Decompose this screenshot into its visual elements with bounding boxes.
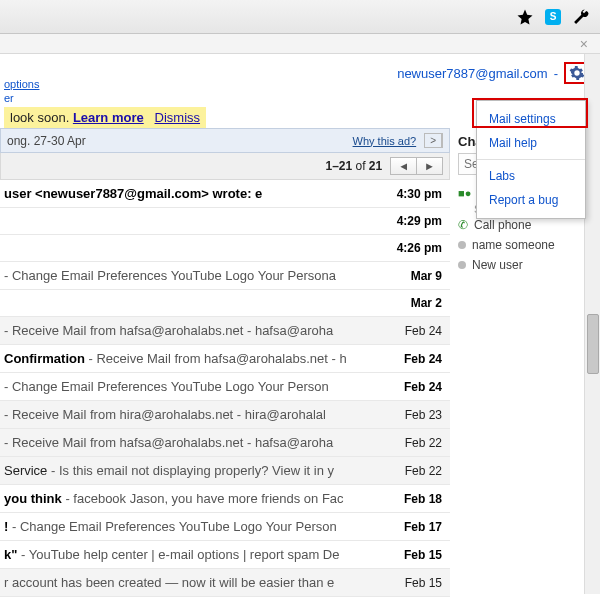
mail-row[interactable]: Mar 2 — [0, 290, 450, 317]
chevron-right-icon: > — [425, 134, 442, 147]
browser-chrome: S — [0, 0, 600, 34]
mail-date: 4:29 pm — [397, 214, 442, 228]
mail-subject: r account has been created — now it will… — [4, 575, 405, 590]
mail-date: Feb 18 — [404, 492, 442, 506]
prev-page-button[interactable]: ◄ — [390, 157, 416, 175]
learn-more-link[interactable]: Learn more — [73, 110, 144, 125]
account-dash: - — [554, 66, 558, 81]
scrollbar-thumb[interactable] — [587, 314, 599, 374]
mail-date: Feb 24 — [404, 380, 442, 394]
mail-subject: - Receive Mail from hafsa@arohalabs.net … — [4, 323, 405, 338]
mail-row[interactable]: Service - Is this email not displaying p… — [0, 457, 450, 485]
mail-date: Feb 24 — [404, 352, 442, 366]
mail-date: Mar 9 — [411, 269, 442, 283]
mail-row[interactable]: - Receive Mail from hafsa@arohalabs.net … — [0, 429, 450, 457]
bookmark-star-icon[interactable] — [516, 8, 534, 26]
mail-row[interactable]: k" - YouTube help center | e-mail option… — [0, 541, 450, 569]
chat-item-label: name someone — [472, 238, 555, 252]
mail-row[interactable]: - Receive Mail from hafsa@arohalabs.net … — [0, 317, 450, 345]
mail-subject: Confirmation - Receive Mail from hafsa@a… — [4, 351, 404, 366]
status-dot-icon — [458, 241, 466, 249]
mail-subject: k" - YouTube help center | e-mail option… — [4, 547, 404, 562]
next-page-button[interactable]: ► — [416, 157, 443, 175]
chat-item[interactable]: name someone — [458, 235, 600, 255]
mail-row[interactable]: Confirmation - Receive Mail from hafsa@a… — [0, 345, 450, 373]
menu-item-mail-settings[interactable]: Mail settings — [477, 107, 585, 131]
list-toolbar: 1–21 of 21 ◄ ► — [0, 153, 450, 180]
menu-item-mail-help[interactable]: Mail help — [477, 131, 585, 155]
mail-date: Feb 24 — [405, 324, 442, 338]
mail-row[interactable]: - Change Email Preferences YouTube Logo … — [0, 262, 450, 290]
notice-truncated: er — [4, 92, 14, 104]
wrench-icon[interactable] — [572, 8, 590, 26]
mail-date: 4:30 pm — [397, 187, 442, 201]
mail-subject: you think - facebook Jason, you have mor… — [4, 491, 404, 506]
why-this-ad-link[interactable]: Why this ad? — [353, 135, 417, 147]
mail-subject: - Change Email Preferences YouTube Logo … — [4, 268, 411, 283]
mail-row[interactable]: 4:29 pm — [0, 208, 450, 235]
mail-date: Feb 22 — [405, 436, 442, 450]
mail-date: 4:26 pm — [397, 241, 442, 255]
dismiss-link[interactable]: Dismiss — [155, 110, 201, 125]
status-dot-icon — [458, 261, 466, 269]
mail-subject: ! - Change Email Preferences YouTube Log… — [4, 519, 404, 534]
ad-text: ong. 27-30 Apr — [7, 134, 86, 148]
mail-row[interactable]: user <newuser7887@gmail.com> wrote: e4:3… — [0, 180, 450, 208]
mail-row[interactable]: - Receive Mail from hira@arohalabs.net -… — [0, 401, 450, 429]
chat-item[interactable]: New user — [458, 255, 600, 275]
mail-subject: user <newuser7887@gmail.com> wrote: e — [4, 186, 397, 201]
settings-menu: Mail settings Mail help Labs Report a bu… — [476, 100, 586, 219]
skype-extension-icon[interactable]: S — [544, 8, 562, 26]
mail-list: user <newuser7887@gmail.com> wrote: e4:3… — [0, 180, 450, 600]
mail-subject: - Receive Mail from hafsa@arohalabs.net … — [4, 435, 405, 450]
page-scrollbar[interactable] — [584, 54, 600, 594]
mail-row[interactable]: r account has been created — now it will… — [0, 569, 450, 597]
chat-item-label: New user — [472, 258, 523, 272]
menu-item-report-bug[interactable]: Report a bug — [477, 188, 585, 212]
mail-subject: Service - Is this email not displaying p… — [4, 463, 405, 478]
account-email[interactable]: newuser7887@gmail.com — [397, 66, 548, 81]
mail-subject: - Change Email Preferences YouTube Logo … — [4, 379, 404, 394]
message-count: 1–21 of 21 — [325, 159, 382, 173]
mail-date: Feb 23 — [405, 408, 442, 422]
mail-row[interactable]: 4:26 pm — [0, 235, 450, 262]
mail-date: Feb 22 — [405, 464, 442, 478]
menu-item-labs[interactable]: Labs — [477, 164, 585, 188]
mail-date: Mar 2 — [411, 296, 442, 310]
tab-strip: × — [0, 34, 600, 54]
notice-options-link[interactable]: options — [4, 78, 39, 90]
camera-icon: ■● — [458, 187, 471, 199]
mail-row[interactable]: - Change Email Preferences YouTube Logo … — [0, 373, 450, 401]
menu-divider — [477, 159, 585, 160]
mail-row[interactable]: you think - facebook Jason, you have mor… — [0, 485, 450, 513]
mail-date: Feb 17 — [404, 520, 442, 534]
close-icon[interactable]: × — [580, 36, 588, 52]
ad-bar: ong. 27-30 Apr Why this ad? > — [0, 128, 450, 153]
new-look-notice: look soon. Learn more Dismiss — [4, 107, 206, 128]
notice-lead: look soon. — [10, 110, 73, 125]
ad-next-button[interactable]: > — [424, 133, 443, 148]
mail-date: Feb 15 — [405, 576, 442, 590]
mail-subject: - Receive Mail from hira@arohalabs.net -… — [4, 407, 405, 422]
mail-row[interactable]: ! - Change Email Preferences YouTube Log… — [0, 513, 450, 541]
chat-item-label: Call phone — [474, 218, 531, 232]
phone-icon: ✆ — [458, 218, 468, 232]
mail-date: Feb 15 — [404, 548, 442, 562]
